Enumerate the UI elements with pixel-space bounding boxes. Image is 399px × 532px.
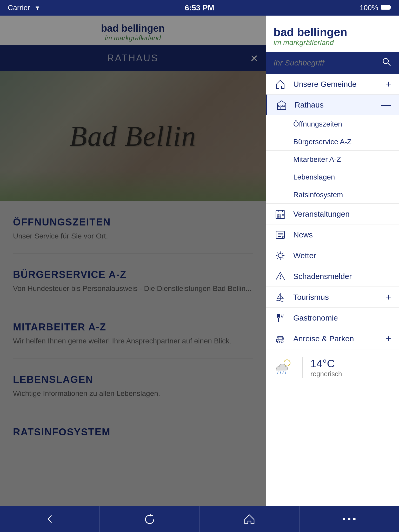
- nav-item-gastronomie[interactable]: Gastronomie: [266, 308, 399, 328]
- svg-line-30: [277, 252, 278, 254]
- content-dim-overlay: [0, 16, 266, 516]
- expand-tourismus: +: [386, 292, 391, 302]
- battery-icon: [381, 4, 391, 12]
- svg-point-51: [343, 518, 345, 520]
- sub-label-lebenslagen: Lebenslagen: [293, 173, 335, 181]
- nav-item-unsere-gemeinde[interactable]: Unsere Gemeinde +: [266, 74, 399, 95]
- svg-point-35: [280, 278, 281, 279]
- weather-description: regnerisch: [310, 370, 342, 378]
- svg-rect-7: [278, 105, 280, 107]
- nav-sub-ratsinfosystem[interactable]: Ratsinfosystem: [266, 186, 399, 204]
- home-button[interactable]: [200, 506, 300, 532]
- status-left: Carrier: [8, 4, 42, 12]
- nav-label-wetter: Wetter: [293, 251, 391, 260]
- svg-rect-8: [281, 105, 282, 107]
- status-right: 100%: [360, 4, 391, 12]
- weather-divider: [302, 357, 303, 378]
- calendar-icon: [274, 207, 287, 221]
- search-input[interactable]: [274, 58, 377, 67]
- search-icon[interactable]: [382, 57, 391, 69]
- nav-brand-header: bad bellingen im markgräflerland: [266, 16, 399, 52]
- nav-label-veranstaltungen: Veranstaltungen: [293, 210, 391, 218]
- svg-line-49: [283, 371, 283, 374]
- weather-cloud-icon: [274, 357, 294, 378]
- search-bar: [266, 52, 399, 74]
- svg-line-47: [277, 371, 278, 374]
- svg-line-32: [282, 252, 283, 254]
- svg-point-53: [353, 518, 356, 520]
- nav-panel: bad bellingen im markgräflerland Unsere …: [266, 16, 399, 516]
- building-icon: [275, 98, 288, 112]
- sub-label-ratsinfosystem: Ratsinfosystem: [293, 191, 343, 199]
- expand-anreise: +: [386, 334, 391, 343]
- nav-item-schadensmelder[interactable]: Schadensmelder: [266, 266, 399, 287]
- svg-line-33: [277, 258, 278, 259]
- home-icon: [274, 77, 287, 91]
- collapse-rathaus: —: [381, 100, 391, 110]
- car-icon: [274, 332, 287, 345]
- time-display: 6:53 PM: [185, 3, 214, 12]
- weather-info: 14°C regnerisch: [310, 357, 342, 378]
- nav-sub-mitarbeiter[interactable]: Mitarbeiter A-Z: [266, 151, 399, 168]
- warning-icon: [274, 270, 287, 283]
- svg-rect-3: [390, 6, 391, 8]
- svg-rect-2: [381, 5, 390, 9]
- status-bar: Carrier 6:53 PM 100%: [0, 0, 399, 16]
- nav-label-unsere-gemeinde: Unsere Gemeinde: [293, 80, 386, 89]
- svg-line-50: [285, 371, 286, 374]
- svg-line-5: [388, 63, 390, 66]
- content-panel: bad bellingen im markgräflerland RATHAUS…: [0, 16, 266, 516]
- nav-item-rathaus[interactable]: Rathaus —: [266, 95, 399, 115]
- svg-point-0: [37, 9, 38, 10]
- nav-label-anreise-parken: Anreise & Parken: [293, 334, 386, 343]
- svg-rect-18: [282, 214, 284, 215]
- nav-sub-oeffnungszeiten[interactable]: Öffnungszeiten: [266, 115, 399, 133]
- sub-label-mitarbeiter: Mitarbeiter A-Z: [293, 155, 341, 164]
- sub-label-buergerservice: Bürgerservice A-Z: [293, 138, 351, 146]
- nav-sub-lebenslagen[interactable]: Lebenslagen: [266, 168, 399, 186]
- nav-menu: Unsere Gemeinde + Rathaus: [266, 74, 399, 516]
- svg-point-40: [281, 341, 283, 343]
- svg-line-48: [280, 371, 281, 374]
- nav-label-news: News: [293, 230, 391, 239]
- news-icon: [274, 228, 287, 242]
- svg-rect-19: [277, 216, 278, 217]
- nav-label-tourismus: Tourismus: [293, 293, 386, 302]
- svg-point-39: [277, 341, 280, 343]
- carrier-label: Carrier: [8, 4, 30, 12]
- sub-label-oeffnungszeiten: Öffnungszeiten: [293, 120, 342, 128]
- nav-item-news[interactable]: News: [266, 224, 399, 245]
- weather-temperature: 14°C: [310, 357, 342, 370]
- svg-rect-10: [280, 107, 283, 110]
- wifi-icon: [33, 4, 42, 12]
- svg-point-4: [383, 58, 388, 64]
- svg-line-31: [282, 258, 283, 259]
- svg-rect-20: [280, 216, 281, 217]
- nav-label-schadensmelder: Schadensmelder: [293, 272, 391, 281]
- back-button[interactable]: [0, 506, 100, 532]
- svg-point-25: [278, 254, 282, 258]
- sun-icon: [274, 249, 287, 262]
- svg-point-52: [348, 518, 350, 520]
- nav-label-rathaus: Rathaus: [295, 101, 381, 109]
- main-container: bad bellingen im markgräflerland RATHAUS…: [0, 16, 399, 516]
- expand-unsere-gemeinde: +: [386, 79, 391, 89]
- nav-brand-title: bad bellingen: [274, 26, 391, 38]
- refresh-button[interactable]: [100, 506, 200, 532]
- more-button[interactable]: [300, 506, 399, 532]
- battery-label: 100%: [360, 4, 378, 12]
- nav-label-gastronomie: Gastronomie: [293, 314, 391, 322]
- nav-item-tourismus[interactable]: Tourismus +: [266, 287, 399, 308]
- cutlery-icon: [274, 311, 287, 325]
- svg-rect-41: [278, 337, 282, 339]
- svg-rect-16: [277, 214, 278, 215]
- sail-icon: [274, 290, 287, 304]
- bottom-bar: [0, 506, 399, 532]
- svg-rect-9: [283, 105, 285, 107]
- weather-widget: 14°C regnerisch: [266, 349, 399, 386]
- nav-brand-subtitle: im markgräflerland: [274, 38, 391, 47]
- nav-item-wetter[interactable]: Wetter: [266, 245, 399, 266]
- nav-sub-buergerservice[interactable]: Bürgerservice A-Z: [266, 133, 399, 151]
- nav-item-anreise-parken[interactable]: Anreise & Parken +: [266, 328, 399, 349]
- nav-item-veranstaltungen[interactable]: Veranstaltungen: [266, 204, 399, 224]
